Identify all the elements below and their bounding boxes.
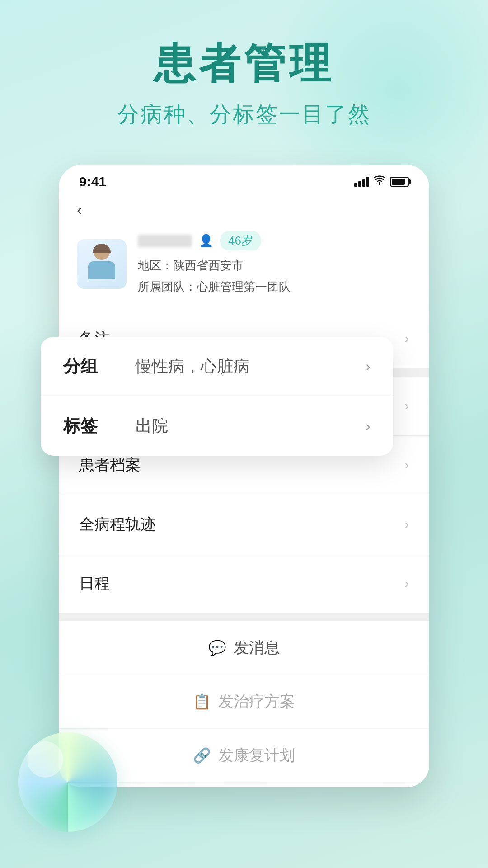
treatment-label: 发治疗方案 (218, 691, 295, 712)
status-icons (354, 175, 409, 188)
status-time: 9:41 (79, 174, 106, 189)
signal-icon (354, 177, 369, 187)
patient-team: 所属团队：心脏管理第一团队 (138, 276, 411, 297)
tag-arrow-icon: › (366, 418, 371, 434)
patient-info: 👤 46岁 地区：陕西省西安市 所属团队：心脏管理第一团队 (138, 231, 411, 297)
status-bar: 9:41 (59, 165, 429, 194)
menu-arrow-notes: › (405, 331, 409, 346)
menu-label-records: 患者档案 (79, 455, 141, 476)
patient-header: 👤 46岁 地区：陕西省西安市 所属团队：心脏管理第一团队 (59, 224, 429, 309)
group-value: 慢性病，心脏病 (136, 355, 366, 377)
tag-value: 出院 (136, 415, 366, 437)
subtitle: 分病种、分标签一目了然 (0, 100, 488, 129)
group-label: 分组 (63, 355, 108, 378)
avatar-figure (86, 244, 117, 284)
age-badge: 46岁 (220, 231, 261, 250)
action-section: 💬 发消息 📋 发治疗方案 🔗 发康复计划 (59, 621, 429, 787)
menu-arrow-records: › (405, 458, 409, 472)
menu-arrow-schedule: › (405, 576, 409, 591)
message-icon: 💬 (208, 639, 226, 656)
patient-name-row: 👤 46岁 (138, 231, 411, 250)
main-title: 患者管理 (0, 41, 488, 86)
person-icon: 👤 (199, 234, 213, 248)
battery-icon (390, 177, 409, 187)
avatar-hair (93, 244, 111, 253)
menu-item-schedule[interactable]: 日程 › (59, 554, 429, 613)
patient-avatar (77, 239, 127, 289)
menu-item-trajectory[interactable]: 全病程轨迹 › (59, 495, 429, 554)
tag-label: 标签 (63, 415, 108, 438)
rehab-label: 发康复计划 (218, 745, 295, 766)
back-row: ‹ (59, 194, 429, 224)
svg-point-0 (379, 183, 380, 185)
patient-region: 地区：陕西省西安市 (138, 255, 411, 276)
rehab-icon: 🔗 (193, 747, 211, 764)
decorative-ball (18, 732, 117, 832)
group-arrow-icon: › (366, 358, 371, 375)
avatar-body (88, 261, 115, 279)
treatment-icon: 📋 (193, 693, 211, 710)
menu-arrow-indicators: › (405, 399, 409, 413)
wifi-icon (374, 175, 385, 188)
patient-name-blurred (138, 235, 192, 247)
phone-screen: 9:41 (59, 165, 429, 787)
menu-label-trajectory: 全病程轨迹 (79, 514, 156, 535)
floating-group-tag-card: 分组 慢性病，心脏病 › 标签 出院 › (41, 337, 393, 456)
back-button[interactable]: ‹ (77, 201, 82, 219)
menu-arrow-trajectory: › (405, 517, 409, 532)
action-treatment[interactable]: 📋 发治疗方案 (59, 675, 429, 729)
deco-ball-highlight (27, 741, 63, 778)
menu-label-schedule: 日程 (79, 573, 110, 594)
avatar-head (94, 244, 110, 260)
group-row[interactable]: 分组 慢性病，心脏病 › (41, 337, 393, 396)
phone-mockup-container: 分组 慢性病，心脏病 › 标签 出院 › 9:41 (59, 165, 429, 787)
message-label: 发消息 (234, 637, 280, 658)
tag-row[interactable]: 标签 出院 › (41, 396, 393, 456)
menu-gap-2 (59, 613, 429, 621)
action-message[interactable]: 💬 发消息 (59, 621, 429, 675)
